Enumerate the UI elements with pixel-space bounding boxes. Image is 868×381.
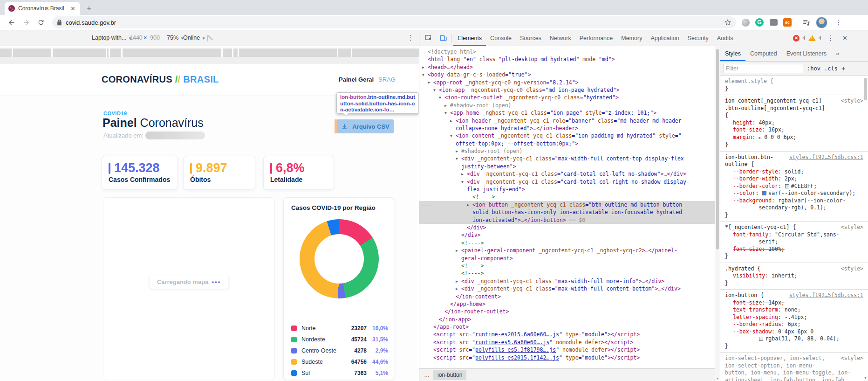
expand-arrow-icon[interactable]: ▶ (456, 148, 458, 155)
expand-arrow-icon[interactable]: ▼ (456, 155, 458, 163)
browser-menu-icon[interactable]: ⋮ (832, 18, 845, 27)
dom-tree-row[interactable]: ▶<painel-geral-component _ngcontent-ycq-… (419, 247, 720, 254)
error-badge-icon[interactable]: ✕ (793, 35, 800, 42)
expand-arrow-icon[interactable]: ▶ (456, 278, 458, 285)
dom-tree-row[interactable]: </div> (419, 224, 720, 231)
expand-arrow-icon[interactable]: ▼ (461, 179, 464, 186)
dom-tree-row[interactable]: ▼<ion-router-outlet _ngcontent-ycq-c0 cl… (419, 94, 720, 101)
dom-tree-row[interactable]: solid button-has-icon-only ion-activatab… (419, 208, 720, 216)
css-property[interactable]: margin: ▶ 0 0 0 6px; (725, 134, 863, 142)
new-rule-button[interactable]: + (841, 65, 845, 72)
legend-row[interactable]: Nordeste4572431,5% (284, 334, 394, 345)
breadcrumb-overflow[interactable]: … (424, 372, 430, 378)
color-swatch[interactable] (759, 337, 763, 341)
dom-tree-row[interactable]: ▼<ion-content _ngcontent-ycq-c1 class="i… (419, 132, 720, 139)
grammarly-icon[interactable]: G (755, 18, 764, 27)
profile-avatar[interactable] (816, 17, 827, 28)
css-property[interactable]: font-size: 16px; (725, 126, 863, 134)
dom-tree-row[interactable]: <script src="polyfills-es5.3f81798….js" … (419, 346, 720, 353)
legend-row[interactable]: Centro-Oeste42782,9% (284, 345, 394, 356)
expand-arrow-icon[interactable]: ▼ (422, 71, 424, 79)
warning-badge-icon[interactable] (808, 35, 816, 41)
bookmark-star-icon[interactable] (724, 19, 731, 26)
nav-srag[interactable]: SRAG (378, 76, 396, 83)
css-rule[interactable]: <style>.hydrated {visibility: inherit;} (720, 263, 868, 290)
dom-tree-row[interactable]: justify-between"> (419, 163, 720, 170)
styles-tab-event-listeners[interactable]: Event Listeners (782, 46, 831, 61)
css-property[interactable]: text-transform: none; (725, 306, 863, 314)
expand-arrow-icon[interactable]: ▶ (422, 64, 424, 71)
dom-tree-row[interactable]: <html lang="en" class="plt-desktop md hy… (419, 55, 720, 63)
tab-close-icon[interactable]: ✕ (69, 5, 76, 12)
device-height-field[interactable]: 900 (150, 35, 160, 41)
class-toggle-button[interactable]: .cls (824, 65, 838, 72)
devtools-tab-security[interactable]: Security (683, 31, 713, 46)
expand-arrow-icon[interactable]: ▶ (467, 201, 469, 209)
sc-extension-icon[interactable]: sc (783, 18, 792, 27)
css-property[interactable]: font-size: 100%; (725, 246, 863, 253)
back-icon[interactable] (6, 17, 17, 28)
css-rule[interactable]: element.style {} (720, 76, 868, 95)
dom-tree-row[interactable]: ▼<app-root _nghost-ycq-c0 ng-version="8.… (419, 79, 720, 86)
hover-state-button[interactable]: :hov (807, 65, 820, 72)
device-select[interactable]: Laptop with...▼ (92, 35, 132, 41)
zoom-select[interactable]: 75%▼ (167, 35, 184, 41)
expand-arrow-icon[interactable]: ▼ (433, 87, 436, 94)
donut-chart[interactable] (300, 219, 379, 298)
devtools-tab-network[interactable]: Network (546, 31, 575, 46)
color-swatch[interactable] (762, 191, 766, 195)
dom-tree-row[interactable]: offset-top:0px; --offset-bottom:0px;"> (419, 140, 720, 147)
styles-scrollbar[interactable]: ▼ (863, 76, 868, 381)
styles-tab-styles[interactable]: Styles (720, 46, 745, 61)
dom-tree-row[interactable]: ▶<head>…</head> (419, 63, 720, 71)
dom-tree-row[interactable]: <!----> (419, 262, 720, 270)
browser-tab[interactable]: Coronavírus Brasil ✕ (5, 2, 80, 15)
dom-tree-row[interactable]: <script src="runtime-es5.6a60e60….js" no… (419, 339, 720, 346)
device-width-field[interactable]: 1440 (130, 35, 143, 41)
css-rule[interactable]: styles.f192…5f5db.css:1ion-button.btn- o… (720, 152, 868, 222)
css-property[interactable]: --color: var(--ion-color-secondary); (725, 190, 863, 197)
expand-arrow-icon[interactable]: ▶ (456, 247, 458, 255)
csv-download-button[interactable]: Arquivo CSV (337, 119, 394, 133)
css-rule[interactable]: styles.f192…5f5db.css:1ion-button {font-… (720, 290, 868, 353)
dom-tree-row[interactable]: <!----> (419, 239, 720, 247)
nav-painel-geral[interactable]: Painel Geral (339, 76, 374, 83)
dom-tree-row[interactable]: <script src="runtime-es2015.6a60e60….js"… (419, 331, 720, 338)
dom-tree-row[interactable]: <script src="polyfills-es2015.1f142….js"… (419, 354, 720, 361)
inspect-element-icon[interactable] (422, 32, 434, 44)
dom-tree-row[interactable]: ▼<div _ngcontent-ycq-c1 class="max-width… (419, 155, 720, 162)
css-property[interactable]: --background: rgba(var(--ion-color- seco… (725, 197, 863, 212)
dom-tree-row[interactable]: ▶#shadow-root (open) (419, 147, 720, 155)
devtools-tab-elements[interactable]: Elements (453, 31, 486, 46)
expand-arrow-icon[interactable]: ▼ (439, 94, 441, 102)
elements-scrollbar[interactable]: ▼ (715, 46, 720, 381)
dom-tree-row[interactable]: geral-component> (419, 255, 720, 262)
breadcrumb-ion-button[interactable]: ion-button (433, 370, 466, 380)
devtools-tab-memory[interactable]: Memory (617, 31, 646, 46)
styles-tab-»[interactable]: » (831, 46, 844, 61)
dom-tree-row[interactable]: <!----> (419, 270, 720, 277)
reading-list-icon[interactable] (802, 18, 811, 27)
dom-tree-row[interactable]: collapse-none hydrated">…</ion-header> (419, 125, 720, 132)
devtools-tab-performance[interactable]: Performance (575, 31, 617, 46)
expand-arrow-icon[interactable]: ▶ (461, 171, 464, 178)
device-toolbar-menu-icon[interactable]: ⋮ (404, 34, 417, 42)
devtools-tab-audits[interactable]: Audits (713, 31, 738, 46)
dom-tree-row[interactable]: </ion-content> (419, 293, 720, 300)
dom-tree-row[interactable]: ...▶<ion-button _ngcontent-ycq-c1 class=… (419, 201, 720, 208)
dom-tree-row[interactable]: </ion-router-outlet> (419, 308, 720, 315)
devtools-tab-application[interactable]: Application (646, 31, 683, 46)
css-property[interactable]: --border-style: solid; (725, 168, 863, 176)
network-throttle-select[interactable]: Online▼ (183, 35, 205, 41)
dom-tree-row[interactable]: ▶<div _ngcontent-ycq-c1 class="card-tota… (419, 170, 720, 178)
dom-tree-row[interactable]: </div> (419, 231, 720, 239)
css-property[interactable]: visibility: inherit; (725, 272, 863, 280)
css-property[interactable]: font-size: 14px; (725, 299, 863, 307)
expand-arrow-icon[interactable]: ▶ (450, 118, 452, 125)
stylesheet-link[interactable]: styles.f192…5f5db.css:1 (789, 292, 863, 299)
dom-tree-row[interactable]: ▼<body data-gr-c-s-loaded="true"> (419, 71, 720, 78)
reload-icon[interactable] (35, 17, 47, 28)
globe-extension-icon[interactable] (741, 18, 750, 27)
chat-bubble-extension-icon[interactable] (769, 18, 778, 27)
dom-tree-row[interactable]: ▶<div _ngcontent-ycq-c1 class="max-width… (419, 277, 720, 285)
